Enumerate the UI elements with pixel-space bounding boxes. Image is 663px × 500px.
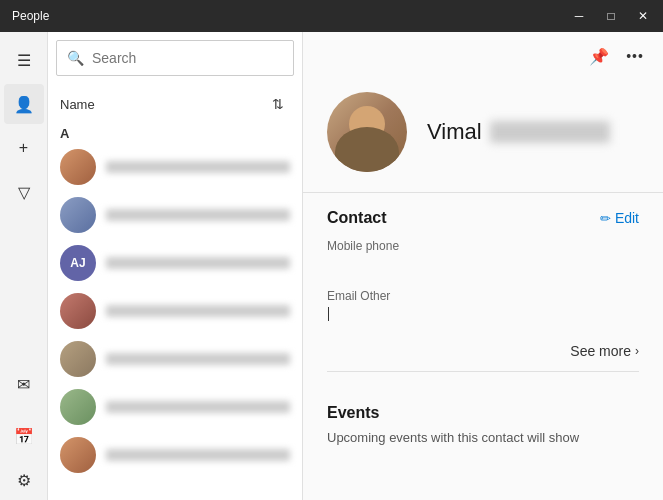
contact-list-panel: 🔍 Name ⇅ A — [48, 32, 303, 500]
contact-name — [106, 257, 290, 269]
pin-button[interactable]: 📌 — [583, 40, 615, 72]
avatar — [60, 149, 96, 185]
contacts-nav-button[interactable]: 👤 — [4, 84, 44, 124]
add-icon: + — [19, 139, 28, 157]
contact-name — [106, 449, 290, 461]
list-item[interactable] — [48, 287, 302, 335]
sort-icon: ⇅ — [272, 96, 284, 112]
text-cursor — [328, 307, 329, 321]
toolbar-icons: ⇅ — [262, 88, 294, 120]
edit-label: Edit — [615, 210, 639, 226]
hamburger-icon: ☰ — [17, 51, 31, 70]
contact-name — [106, 305, 290, 317]
title-bar: People ─ □ ✕ — [0, 0, 663, 32]
mobile-phone-label: Mobile phone — [327, 239, 639, 253]
avatar — [60, 293, 96, 329]
hamburger-menu-button[interactable]: ☰ — [4, 40, 44, 80]
pin-icon: 📌 — [589, 47, 609, 66]
list-item[interactable] — [48, 431, 302, 479]
list-item[interactable] — [48, 143, 302, 191]
minimize-button[interactable]: ─ — [571, 9, 587, 23]
search-input[interactable] — [92, 50, 283, 66]
events-title: Events — [327, 404, 639, 422]
avatar-initials: AJ — [60, 245, 96, 281]
icon-rail: ☰ 👤 + ▽ ✉ 📅 ⚙ — [0, 32, 48, 500]
contact-icon: 👤 — [14, 95, 34, 114]
calendar-nav-button[interactable]: 📅 — [4, 416, 44, 456]
contact-section: Contact ✏ Edit Mobile phone Email Other — [303, 193, 663, 404]
avatar — [60, 437, 96, 473]
avatar — [60, 197, 96, 233]
avatar — [60, 389, 96, 425]
contact-list: AJ — [48, 143, 302, 500]
edit-button[interactable]: ✏ Edit — [600, 210, 639, 226]
edit-icon: ✏ — [600, 211, 611, 226]
see-more-label: See more — [570, 343, 631, 359]
mobile-phone-field: Mobile phone — [327, 239, 639, 273]
window-controls: ─ □ ✕ — [571, 9, 651, 23]
add-contact-button[interactable]: + — [4, 128, 44, 168]
search-icon: 🔍 — [67, 50, 84, 66]
contact-name — [106, 209, 290, 221]
contact-section-header: Contact ✏ Edit — [327, 209, 639, 227]
maximize-button[interactable]: □ — [603, 9, 619, 23]
contact-name — [106, 161, 290, 173]
calendar-icon: 📅 — [14, 427, 34, 446]
profile-last-name-blurred — [490, 121, 610, 143]
list-item[interactable] — [48, 335, 302, 383]
see-more-row: See more › — [327, 339, 639, 372]
profile-name-display: Vimal — [427, 119, 610, 145]
filter-button[interactable]: ▽ — [4, 172, 44, 212]
contact-name — [106, 353, 290, 365]
list-toolbar: Name ⇅ — [48, 84, 302, 124]
list-item[interactable] — [48, 191, 302, 239]
events-section: Events Upcoming events with this contact… — [303, 404, 663, 445]
filter-icon: ▽ — [18, 183, 30, 202]
contact-name — [106, 401, 290, 413]
detail-panel: 📌 ••• Vimal Contact — [303, 32, 663, 500]
email-other-label: Email Other — [327, 289, 639, 303]
chevron-right-icon: › — [635, 344, 639, 358]
avatar — [60, 341, 96, 377]
app-title: People — [12, 9, 49, 23]
mobile-phone-value — [327, 255, 639, 273]
more-icon: ••• — [626, 48, 644, 64]
profile-avatar — [327, 92, 407, 172]
contact-section-title: Contact — [327, 209, 387, 227]
section-letter-a: A — [48, 124, 302, 143]
list-item[interactable] — [48, 383, 302, 431]
events-description: Upcoming events with this contact will s… — [327, 430, 639, 445]
email-other-value — [327, 305, 639, 323]
list-item[interactable]: AJ — [48, 239, 302, 287]
more-options-button[interactable]: ••• — [619, 40, 651, 72]
settings-button[interactable]: ⚙ — [4, 460, 44, 500]
profile-first-name: Vimal — [427, 119, 482, 145]
settings-icon: ⚙ — [17, 471, 31, 490]
mail-nav-button[interactable]: ✉ — [4, 364, 44, 404]
email-other-field: Email Other — [327, 289, 639, 323]
detail-header-actions: 📌 ••• — [583, 40, 651, 72]
main-content: ☰ 👤 + ▽ ✉ 📅 ⚙ 🔍 — [0, 32, 663, 500]
search-bar[interactable]: 🔍 — [56, 40, 294, 76]
column-name-header: Name — [60, 97, 95, 112]
see-more-button[interactable]: See more › — [570, 343, 639, 359]
sort-button[interactable]: ⇅ — [262, 88, 294, 120]
profile-section: Vimal — [303, 72, 663, 193]
mail-icon: ✉ — [17, 375, 30, 394]
close-button[interactable]: ✕ — [635, 9, 651, 23]
